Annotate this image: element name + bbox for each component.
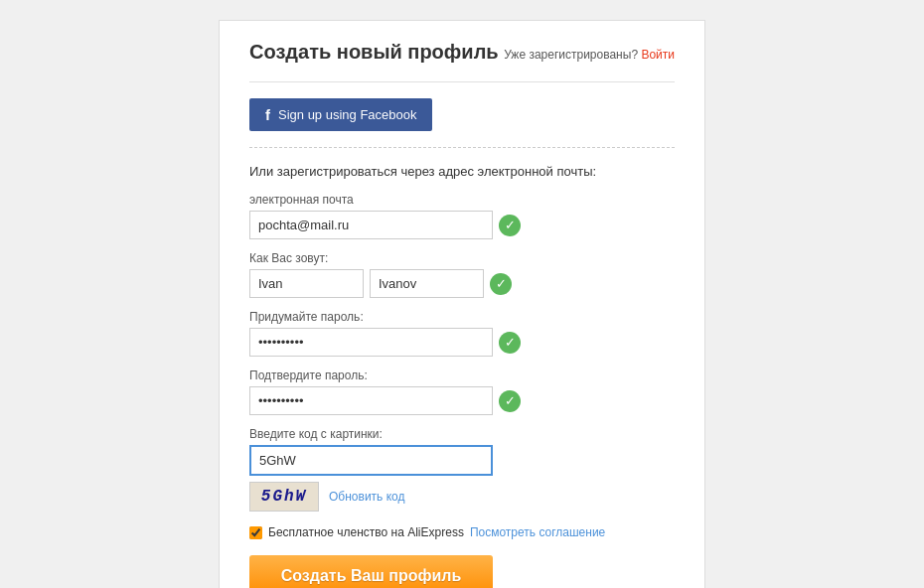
password-row: ✓ <box>249 328 675 357</box>
captcha-section: Введите код с картинки: 5GhW Обновить ко… <box>249 427 675 512</box>
first-name-input[interactable] <box>249 269 364 298</box>
form-container: Создать новый профиль Уже зарегистрирова… <box>219 20 705 588</box>
confirm-password-field-group: Подтвердите пароль: ✓ <box>249 368 675 415</box>
name-check-icon: ✓ <box>490 273 512 295</box>
captcha-image: 5GhW <box>249 482 319 512</box>
password-input[interactable] <box>249 328 493 357</box>
page-title: Создать новый профиль <box>249 41 499 64</box>
captcha-image-text: 5GhW <box>261 488 307 506</box>
already-registered: Уже зарегистрированы? Войти <box>504 48 675 62</box>
last-name-input[interactable] <box>370 269 484 298</box>
name-label: Как Вас зовут: <box>249 251 675 265</box>
membership-checkbox[interactable] <box>249 526 262 539</box>
create-profile-button[interactable]: Создать Ваш профиль <box>249 555 493 588</box>
top-divider <box>249 81 675 82</box>
email-label: электронная почта <box>249 193 675 207</box>
captcha-image-row: 5GhW Обновить код <box>249 482 675 512</box>
email-check-icon: ✓ <box>499 215 521 236</box>
facebook-icon: f <box>265 106 270 123</box>
confirm-password-label: Подтвердите пароль: <box>249 368 675 382</box>
form-header: Создать новый профиль Уже зарегистрирова… <box>249 41 675 64</box>
already-text: Уже зарегистрированы? <box>504 48 638 62</box>
email-field-group: электронная почта ✓ <box>249 193 675 239</box>
page-wrapper: Создать новый профиль Уже зарегистрирова… <box>10 10 914 588</box>
captcha-input[interactable] <box>249 445 493 476</box>
confirm-password-input[interactable] <box>249 386 493 415</box>
email-row: ✓ <box>249 211 675 239</box>
name-row: ✓ <box>249 269 675 298</box>
membership-text: Бесплатное членство на AliExpress <box>268 525 464 539</box>
facebook-signup-button[interactable]: f Sign up using Facebook <box>249 98 432 131</box>
confirm-password-check-icon: ✓ <box>499 390 521 412</box>
captcha-label: Введите код с картинки: <box>249 427 675 441</box>
name-field-group: Как Вас зовут: ✓ <box>249 251 675 298</box>
login-link[interactable]: Войти <box>641 48 675 62</box>
or-email-label: Или зарегистрироваться через адрес элект… <box>249 164 675 179</box>
password-check-icon: ✓ <box>499 332 521 354</box>
facebook-section: f Sign up using Facebook <box>249 98 675 131</box>
facebook-button-label: Sign up using Facebook <box>278 107 416 122</box>
password-field-group: Придумайте пароль: ✓ <box>249 310 675 357</box>
mid-divider <box>249 147 675 148</box>
agreement-link[interactable]: Посмотреть соглашение <box>470 525 605 539</box>
confirm-password-row: ✓ <box>249 386 675 415</box>
email-input[interactable] <box>249 211 493 239</box>
captcha-input-row <box>249 445 675 476</box>
password-label: Придумайте пароль: <box>249 310 675 324</box>
refresh-captcha-link[interactable]: Обновить код <box>329 490 404 504</box>
membership-row: Бесплатное членство на AliExpress Посмот… <box>249 525 675 539</box>
